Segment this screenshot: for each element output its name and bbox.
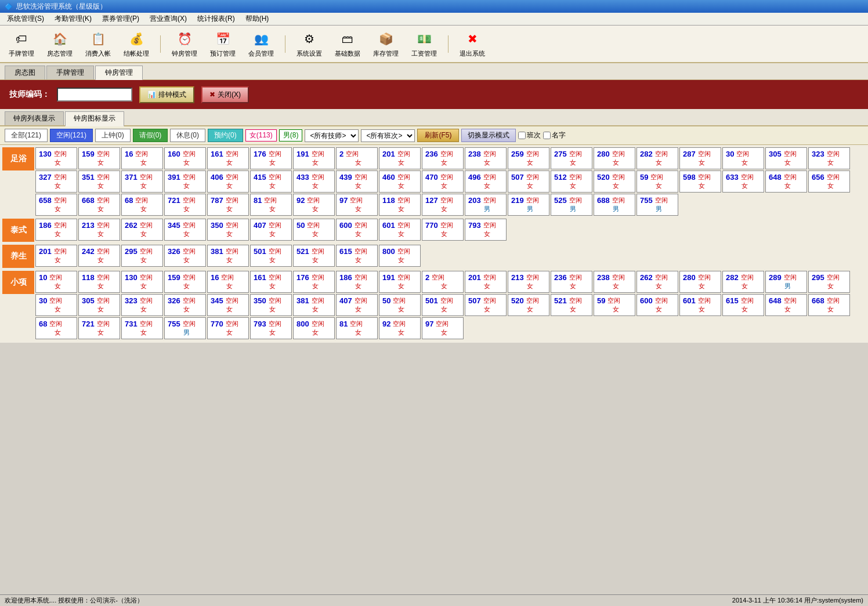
room-cell[interactable]: 2空闲女 [422,271,464,293]
room-cell[interactable]: 92空闲女 [293,194,335,216]
btn-checkout[interactable]: 💰 结帐处理 [120,27,153,61]
menu-tickets[interactable]: 票券管理(P) [97,13,144,25]
room-cell[interactable]: 186空闲女 [336,271,378,293]
room-cell[interactable]: 755空闲男 [636,194,678,216]
view-tab-list[interactable]: 钟房列表显示 [5,111,64,125]
room-cell[interactable]: 648空闲女 [765,294,807,316]
room-cell[interactable]: 242空闲女 [78,245,120,267]
room-cell[interactable]: 521空闲女 [293,245,335,267]
btn-salary[interactable]: 💵 工资管理 [407,27,441,61]
room-cell[interactable]: 501空闲女 [422,294,464,316]
room-cell[interactable]: 668空闲女 [78,194,120,216]
room-cell[interactable]: 130空闲女 [121,271,163,293]
room-cell[interactable]: 501空闲女 [250,245,292,267]
room-cell[interactable]: 615空闲女 [722,294,764,316]
room-cell[interactable]: 201空闲女 [465,271,507,293]
select-tech[interactable]: <所有技师> [305,129,359,142]
room-cell[interactable]: 381空闲女 [207,245,249,267]
room-cell[interactable]: 323空闲女 [121,294,163,316]
menu-system[interactable]: 系统管理(S) [2,13,49,25]
room-cell[interactable]: 159空闲女 [78,147,120,169]
room-cell[interactable]: 280空闲女 [679,271,721,293]
room-cell[interactable]: 721空闲女 [78,317,120,339]
btn-wristband[interactable]: 🏷 手牌管理 [5,27,38,61]
room-cell[interactable]: 507空闲女 [508,170,549,193]
room-cell[interactable]: 2空闲女 [336,147,378,169]
room-cell[interactable]: 601空闲女 [379,219,421,241]
room-cell[interactable]: 201空闲女 [379,147,421,169]
room-cell[interactable]: 161空闲女 [250,271,292,293]
room-cell[interactable]: 289空闲男 [765,271,807,293]
room-cell[interactable]: 415空闲女 [250,170,292,193]
room-cell[interactable]: 238空闲女 [594,271,635,293]
room-cell[interactable]: 16空闲女 [121,147,163,169]
btn-room-status[interactable]: 🏠 房态管理 [43,27,77,61]
btn-base-data[interactable]: 🗃 基础数据 [331,27,364,61]
room-cell[interactable]: 127空闲女 [422,194,464,216]
btn-filter-reserved[interactable]: 预约(0) [208,129,243,142]
room-cell[interactable]: 793空闲女 [250,317,292,339]
room-cell[interactable]: 407空闲女 [250,219,292,241]
room-cell[interactable]: 130空闲女 [35,147,77,169]
room-cell[interactable]: 326空闲女 [164,245,206,267]
room-cell[interactable]: 326空闲女 [164,294,206,316]
room-cell[interactable]: 213空闲女 [508,271,549,293]
room-cell[interactable]: 68空闲女 [35,317,77,339]
room-cell[interactable]: 59空闲女 [594,294,635,316]
room-cell[interactable]: 203空闲男 [465,194,507,216]
room-cell[interactable]: 668空闲女 [808,294,850,316]
btn-member[interactable]: 👥 会员管理 [244,27,278,61]
tab-room-status[interactable]: 房态图 [5,66,45,79]
room-cell[interactable]: 295空闲女 [121,245,163,267]
btn-consume[interactable]: 📋 消费入帐 [81,27,115,61]
room-cell[interactable]: 371空闲女 [121,170,163,193]
room-cell[interactable]: 520空闲女 [508,294,549,316]
room-cell[interactable]: 160空闲女 [164,147,206,169]
room-cell[interactable]: 520空闲女 [594,170,635,193]
room-cell[interactable]: 50空闲女 [379,294,421,316]
menu-sales[interactable]: 营业查询(X) [145,13,191,25]
room-cell[interactable]: 305空闲女 [765,147,807,169]
room-cell[interactable]: 406空闲女 [207,170,249,193]
btn-filter-male[interactable]: 男(8) [279,129,303,141]
room-cell[interactable]: 433空闲女 [293,170,335,193]
room-cell[interactable]: 770空闲女 [207,317,249,339]
room-cell[interactable]: 721空闲女 [164,194,206,216]
room-cell[interactable]: 118空闲女 [78,271,120,293]
room-cell[interactable]: 656空闲女 [808,170,850,193]
room-cell[interactable]: 345空闲女 [164,219,206,241]
room-cell[interactable]: 600空闲女 [636,294,678,316]
room-cell[interactable]: 238空闲女 [465,147,507,169]
chk-banci[interactable] [518,132,526,139]
btn-filter-female[interactable]: 女(113) [245,129,277,141]
room-cell[interactable]: 460空闲女 [379,170,421,193]
btn-inventory[interactable]: 📦 库存管理 [369,27,403,61]
room-cell[interactable]: 161空闲女 [207,147,249,169]
room-cell[interactable]: 262空闲女 [121,219,163,241]
room-cell[interactable]: 688空闲男 [594,194,635,216]
btn-refresh[interactable]: 刷新(F5) [417,129,459,142]
room-cell[interactable]: 282空闲女 [722,271,764,293]
btn-filter-leave[interactable]: 请假(0) [133,129,168,142]
room-cell[interactable]: 345空闲女 [207,294,249,316]
view-tab-icon[interactable]: 钟房图标显示 [65,111,124,126]
room-cell[interactable]: 731空闲女 [121,317,163,339]
room-cell[interactable]: 97空闲女 [422,317,464,339]
room-cell[interactable]: 81空闲女 [336,317,378,339]
room-cell[interactable]: 770空闲女 [422,219,464,241]
btn-close[interactable]: ✖ 关闭(X) [201,86,249,103]
room-cell[interactable]: 648空闲女 [765,170,807,193]
room-cell[interactable]: 381空闲女 [293,294,335,316]
btn-settings[interactable]: ⚙ 系统设置 [292,27,326,61]
room-cell[interactable]: 68空闲女 [121,194,163,216]
tab-wristband[interactable]: 手牌管理 [46,66,94,79]
room-cell[interactable]: 236空闲女 [422,147,464,169]
tab-clock-room[interactable]: 钟房管理 [95,66,143,80]
room-cell[interactable]: 262空闲女 [636,271,678,293]
menu-attendance[interactable]: 考勤管理(K) [50,13,96,25]
room-cell[interactable]: 755空闲男 [164,317,206,339]
room-cell[interactable]: 525空闲男 [551,194,592,216]
room-cell[interactable]: 159空闲女 [164,271,206,293]
room-cell[interactable]: 512空闲女 [551,170,592,193]
room-cell[interactable]: 496空闲女 [465,170,507,193]
